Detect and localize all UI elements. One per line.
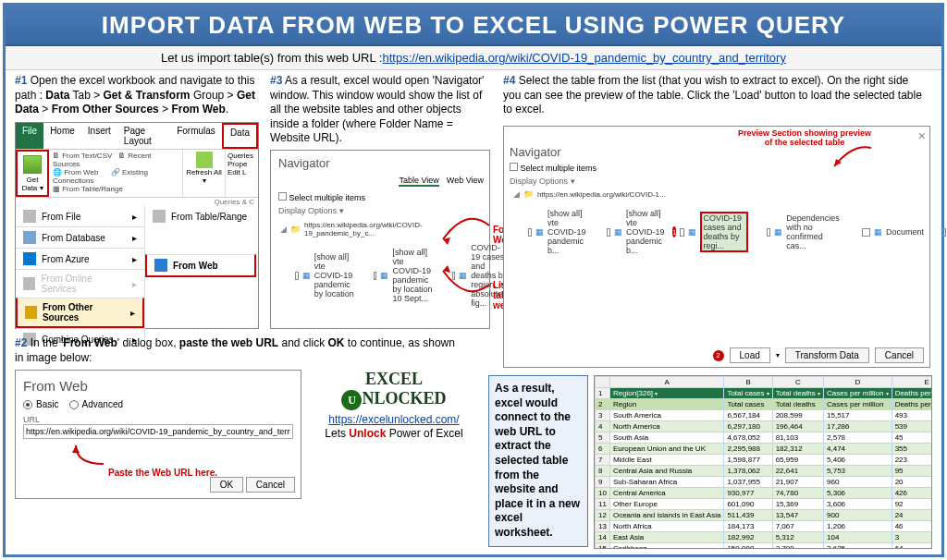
close-icon[interactable]: × bbox=[918, 128, 926, 143]
ribbon-insert[interactable]: Insert bbox=[81, 123, 117, 149]
ribbon-file[interactable]: File bbox=[16, 123, 43, 149]
radio-basic[interactable] bbox=[23, 400, 32, 409]
database-icon bbox=[23, 231, 36, 244]
arrow-preview bbox=[830, 143, 876, 171]
badge-2: 2 bbox=[713, 350, 724, 361]
from-web-small[interactable]: From Web bbox=[64, 168, 98, 177]
brand-block: EXCEL UNLOCKED https://excelunlocked.com… bbox=[311, 370, 477, 440]
checkbox-icon-4[interactable] bbox=[510, 163, 518, 171]
table-icon bbox=[153, 210, 166, 223]
nav-folder-4[interactable]: ◢ 📁 https://en.wikipedia.org/wiki/COVID-… bbox=[510, 188, 947, 201]
nav-item[interactable]: ▦ Dependencies with no confirmed cas... bbox=[752, 212, 844, 252]
nav-item[interactable]: 1 ▦ COVID-19 cases and deaths by regi... bbox=[670, 210, 748, 254]
azure-icon bbox=[23, 252, 36, 265]
transform-data-button[interactable]: Transform Data bbox=[785, 347, 869, 363]
step2-instruction: #2 In the 'From Web' dialog box, paste t… bbox=[15, 336, 459, 365]
nav-item[interactable]: ▦ [show all] vte COVID-19 pandemic b... bbox=[513, 207, 588, 257]
cloud-icon bbox=[23, 277, 35, 290]
from-textcsv[interactable]: From Text/CSV bbox=[62, 152, 112, 160]
url-label: URL bbox=[23, 415, 293, 424]
ribbon-home[interactable]: Home bbox=[43, 123, 81, 149]
step4-num: #4 bbox=[503, 74, 515, 87]
nav-item[interactable]: ▦ [show all] vte COVID-19 pandemic by lo… bbox=[359, 246, 434, 305]
brand-link[interactable]: https://excelunlocked.com/ bbox=[328, 413, 459, 426]
load-button[interactable]: Load bbox=[730, 347, 770, 363]
file-icon bbox=[23, 210, 36, 223]
folder-icon: 📁 bbox=[290, 225, 301, 234]
step4-instruction: #4 Select the table from the list (that … bbox=[503, 74, 929, 117]
get-data-button[interactable]: Get Data ▾ bbox=[16, 150, 49, 197]
step3-navigator: Navigator Table View Web View Select mul… bbox=[270, 150, 490, 329]
subtitle-bar: Let us import table(s) from this web URL… bbox=[6, 46, 941, 70]
refresh-icon[interactable] bbox=[196, 152, 213, 168]
other-icon bbox=[25, 306, 37, 319]
cancel-button[interactable]: Cancel bbox=[246, 477, 295, 493]
submenu-from-tablerange[interactable]: From Table/Range bbox=[145, 206, 256, 226]
tab-web-view[interactable]: Web View bbox=[447, 176, 484, 187]
source-url-link[interactable]: https://en.wikipedia.org/wiki/COVID-19_p… bbox=[382, 51, 785, 65]
ribbon-data[interactable]: Data bbox=[222, 123, 258, 149]
queries-conn-label: Queries & C bbox=[16, 198, 258, 206]
result-table: ABCDEF 1Region[326] ▾Total cases ▾Total … bbox=[595, 376, 932, 549]
result-table-block: ABCDEF 1Region[326] ▾Total cases ▾Total … bbox=[594, 375, 932, 549]
arrow-folder bbox=[438, 202, 494, 249]
arrow-url bbox=[71, 441, 108, 469]
title-bar: IMPORT DATA FROM WEB TO EXCEL USING POWE… bbox=[6, 6, 941, 46]
display-options-4[interactable]: Display Options bbox=[510, 177, 568, 186]
ribbon-pagelayout[interactable]: Page Layout bbox=[117, 123, 170, 149]
dialog-title: From Web bbox=[23, 378, 293, 394]
ribbon-formulas[interactable]: Formulas bbox=[170, 123, 222, 149]
step1-instruction: #1 Open the excel workbook and navigate … bbox=[15, 74, 255, 117]
tab-table-view[interactable]: Table View bbox=[399, 176, 438, 187]
step2-num: #2 bbox=[15, 336, 27, 349]
url-hint: Paste the Web URL here. bbox=[108, 468, 217, 478]
select-multiple-label: Select multiple items bbox=[289, 193, 366, 202]
globe-icon bbox=[154, 259, 167, 272]
navigator-title: Navigator bbox=[271, 151, 489, 176]
url-input[interactable] bbox=[23, 424, 293, 439]
subtitle-prefix: Let us import table(s) from this web URL… bbox=[161, 51, 382, 65]
step3-instruction: #3 As a result, excel would open 'Naviga… bbox=[270, 74, 485, 146]
lock-icon: U bbox=[341, 390, 362, 410]
folder-icon-4: 📁 bbox=[523, 189, 534, 199]
ok-button[interactable]: OK bbox=[210, 477, 243, 493]
result-text: As a result, excel would connect to the … bbox=[488, 375, 588, 547]
editlinks-btn[interactable]: Edit L bbox=[228, 168, 256, 177]
menu-from-other-sources[interactable]: From Other Sources▸ bbox=[16, 298, 144, 328]
menu-from-online[interactable]: From Online Services▸ bbox=[16, 269, 144, 298]
nav-item[interactable]: ▦ First COVID-19 cases by country or t..… bbox=[928, 202, 947, 262]
menu-from-azure[interactable]: From Azure▸ bbox=[16, 248, 144, 269]
nav-item[interactable]: ▦ [show all] vte COVID-19 pandemic b... bbox=[592, 207, 667, 257]
queries-btn[interactable]: Queries bbox=[228, 152, 256, 160]
step3-num: #3 bbox=[270, 74, 282, 87]
properties-btn[interactable]: Prope bbox=[228, 160, 256, 168]
display-options[interactable]: Display Options bbox=[278, 206, 337, 215]
excel-ribbon: File Home Insert Page Layout Formulas Da… bbox=[16, 123, 258, 150]
step1-num: #1 bbox=[15, 74, 27, 87]
arrow-list bbox=[438, 262, 494, 308]
menu-from-database[interactable]: From Database▸ bbox=[16, 226, 144, 248]
checkbox-icon[interactable] bbox=[278, 192, 287, 201]
get-data-icon bbox=[23, 155, 42, 174]
nav-item[interactable]: ▦ Document bbox=[847, 225, 924, 238]
from-tablerange-small[interactable]: From Table/Range bbox=[62, 185, 123, 193]
nav-item[interactable]: ▦ [show all] vte COVID-19 pandemic by lo… bbox=[280, 250, 355, 300]
from-web-dialog: From Web Basic Advanced URL Paste the We… bbox=[15, 370, 301, 499]
page-title: IMPORT DATA FROM WEB TO EXCEL USING POWE… bbox=[102, 11, 845, 40]
step4-navigator: Preview Section showing preview of the s… bbox=[503, 126, 930, 368]
radio-advanced[interactable] bbox=[69, 400, 79, 409]
submenu-from-web[interactable]: From Web bbox=[145, 254, 256, 277]
navigator-title-4: Navigator bbox=[510, 143, 947, 161]
cancel-button-4[interactable]: Cancel bbox=[875, 347, 924, 363]
menu-from-file[interactable]: From File▸ bbox=[16, 206, 144, 226]
step1-screenshot: File Home Insert Page Layout Formulas Da… bbox=[15, 122, 259, 329]
